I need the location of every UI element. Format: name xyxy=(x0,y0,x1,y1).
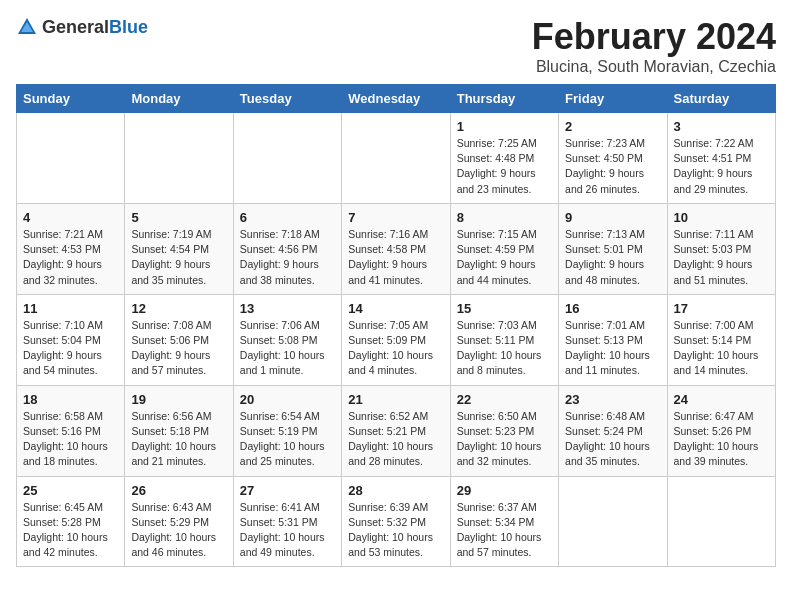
calendar-cell xyxy=(17,113,125,204)
day-detail: Sunrise: 6:56 AM Sunset: 5:18 PM Dayligh… xyxy=(131,409,226,470)
day-detail: Sunrise: 6:47 AM Sunset: 5:26 PM Dayligh… xyxy=(674,409,769,470)
day-number: 2 xyxy=(565,119,660,134)
calendar-cell xyxy=(125,113,233,204)
calendar-cell: 28Sunrise: 6:39 AM Sunset: 5:32 PM Dayli… xyxy=(342,476,450,567)
calendar-cell: 27Sunrise: 6:41 AM Sunset: 5:31 PM Dayli… xyxy=(233,476,341,567)
main-title: February 2024 xyxy=(532,16,776,58)
day-detail: Sunrise: 7:21 AM Sunset: 4:53 PM Dayligh… xyxy=(23,227,118,288)
calendar-cell xyxy=(559,476,667,567)
day-number: 28 xyxy=(348,483,443,498)
day-detail: Sunrise: 7:06 AM Sunset: 5:08 PM Dayligh… xyxy=(240,318,335,379)
calendar-cell xyxy=(667,476,775,567)
calendar-cell: 5Sunrise: 7:19 AM Sunset: 4:54 PM Daylig… xyxy=(125,203,233,294)
day-number: 7 xyxy=(348,210,443,225)
day-detail: Sunrise: 6:41 AM Sunset: 5:31 PM Dayligh… xyxy=(240,500,335,561)
day-number: 21 xyxy=(348,392,443,407)
day-detail: Sunrise: 6:48 AM Sunset: 5:24 PM Dayligh… xyxy=(565,409,660,470)
header: GeneralBlue February 2024 Blucina, South… xyxy=(16,16,776,76)
calendar-cell: 10Sunrise: 7:11 AM Sunset: 5:03 PM Dayli… xyxy=(667,203,775,294)
day-detail: Sunrise: 7:00 AM Sunset: 5:14 PM Dayligh… xyxy=(674,318,769,379)
day-detail: Sunrise: 6:58 AM Sunset: 5:16 PM Dayligh… xyxy=(23,409,118,470)
calendar-cell: 8Sunrise: 7:15 AM Sunset: 4:59 PM Daylig… xyxy=(450,203,558,294)
day-number: 20 xyxy=(240,392,335,407)
calendar-week-3: 11Sunrise: 7:10 AM Sunset: 5:04 PM Dayli… xyxy=(17,294,776,385)
subtitle: Blucina, South Moravian, Czechia xyxy=(532,58,776,76)
day-number: 26 xyxy=(131,483,226,498)
calendar-cell: 13Sunrise: 7:06 AM Sunset: 5:08 PM Dayli… xyxy=(233,294,341,385)
calendar-cell: 4Sunrise: 7:21 AM Sunset: 4:53 PM Daylig… xyxy=(17,203,125,294)
day-number: 17 xyxy=(674,301,769,316)
day-number: 1 xyxy=(457,119,552,134)
logo: GeneralBlue xyxy=(16,16,148,38)
day-detail: Sunrise: 7:13 AM Sunset: 5:01 PM Dayligh… xyxy=(565,227,660,288)
calendar-week-1: 1Sunrise: 7:25 AM Sunset: 4:48 PM Daylig… xyxy=(17,113,776,204)
calendar-cell: 16Sunrise: 7:01 AM Sunset: 5:13 PM Dayli… xyxy=(559,294,667,385)
day-detail: Sunrise: 6:50 AM Sunset: 5:23 PM Dayligh… xyxy=(457,409,552,470)
logo-text-blue: Blue xyxy=(109,17,148,37)
calendar-cell: 12Sunrise: 7:08 AM Sunset: 5:06 PM Dayli… xyxy=(125,294,233,385)
day-number: 6 xyxy=(240,210,335,225)
calendar: SundayMondayTuesdayWednesdayThursdayFrid… xyxy=(16,84,776,567)
calendar-header-row: SundayMondayTuesdayWednesdayThursdayFrid… xyxy=(17,85,776,113)
calendar-cell: 25Sunrise: 6:45 AM Sunset: 5:28 PM Dayli… xyxy=(17,476,125,567)
calendar-week-4: 18Sunrise: 6:58 AM Sunset: 5:16 PM Dayli… xyxy=(17,385,776,476)
day-detail: Sunrise: 6:45 AM Sunset: 5:28 PM Dayligh… xyxy=(23,500,118,561)
title-area: February 2024 Blucina, South Moravian, C… xyxy=(532,16,776,76)
day-header-sunday: Sunday xyxy=(17,85,125,113)
day-header-tuesday: Tuesday xyxy=(233,85,341,113)
day-detail: Sunrise: 7:25 AM Sunset: 4:48 PM Dayligh… xyxy=(457,136,552,197)
day-number: 3 xyxy=(674,119,769,134)
day-number: 14 xyxy=(348,301,443,316)
day-number: 4 xyxy=(23,210,118,225)
calendar-cell: 9Sunrise: 7:13 AM Sunset: 5:01 PM Daylig… xyxy=(559,203,667,294)
day-detail: Sunrise: 7:18 AM Sunset: 4:56 PM Dayligh… xyxy=(240,227,335,288)
day-detail: Sunrise: 7:03 AM Sunset: 5:11 PM Dayligh… xyxy=(457,318,552,379)
day-detail: Sunrise: 6:37 AM Sunset: 5:34 PM Dayligh… xyxy=(457,500,552,561)
day-header-thursday: Thursday xyxy=(450,85,558,113)
logo-icon xyxy=(16,16,38,38)
day-number: 11 xyxy=(23,301,118,316)
day-number: 18 xyxy=(23,392,118,407)
calendar-cell: 23Sunrise: 6:48 AM Sunset: 5:24 PM Dayli… xyxy=(559,385,667,476)
calendar-cell: 29Sunrise: 6:37 AM Sunset: 5:34 PM Dayli… xyxy=(450,476,558,567)
day-detail: Sunrise: 7:10 AM Sunset: 5:04 PM Dayligh… xyxy=(23,318,118,379)
calendar-cell: 15Sunrise: 7:03 AM Sunset: 5:11 PM Dayli… xyxy=(450,294,558,385)
day-number: 13 xyxy=(240,301,335,316)
day-number: 25 xyxy=(23,483,118,498)
day-header-saturday: Saturday xyxy=(667,85,775,113)
day-detail: Sunrise: 7:01 AM Sunset: 5:13 PM Dayligh… xyxy=(565,318,660,379)
calendar-cell: 2Sunrise: 7:23 AM Sunset: 4:50 PM Daylig… xyxy=(559,113,667,204)
calendar-cell: 3Sunrise: 7:22 AM Sunset: 4:51 PM Daylig… xyxy=(667,113,775,204)
day-number: 19 xyxy=(131,392,226,407)
day-number: 16 xyxy=(565,301,660,316)
day-number: 29 xyxy=(457,483,552,498)
calendar-body: 1Sunrise: 7:25 AM Sunset: 4:48 PM Daylig… xyxy=(17,113,776,567)
day-number: 5 xyxy=(131,210,226,225)
day-header-wednesday: Wednesday xyxy=(342,85,450,113)
day-number: 23 xyxy=(565,392,660,407)
day-detail: Sunrise: 7:16 AM Sunset: 4:58 PM Dayligh… xyxy=(348,227,443,288)
calendar-cell: 20Sunrise: 6:54 AM Sunset: 5:19 PM Dayli… xyxy=(233,385,341,476)
calendar-cell: 26Sunrise: 6:43 AM Sunset: 5:29 PM Dayli… xyxy=(125,476,233,567)
calendar-cell: 7Sunrise: 7:16 AM Sunset: 4:58 PM Daylig… xyxy=(342,203,450,294)
day-detail: Sunrise: 7:22 AM Sunset: 4:51 PM Dayligh… xyxy=(674,136,769,197)
day-number: 15 xyxy=(457,301,552,316)
calendar-cell: 24Sunrise: 6:47 AM Sunset: 5:26 PM Dayli… xyxy=(667,385,775,476)
calendar-cell: 22Sunrise: 6:50 AM Sunset: 5:23 PM Dayli… xyxy=(450,385,558,476)
calendar-cell: 14Sunrise: 7:05 AM Sunset: 5:09 PM Dayli… xyxy=(342,294,450,385)
logo-text-general: General xyxy=(42,17,109,37)
day-detail: Sunrise: 6:54 AM Sunset: 5:19 PM Dayligh… xyxy=(240,409,335,470)
day-detail: Sunrise: 7:11 AM Sunset: 5:03 PM Dayligh… xyxy=(674,227,769,288)
day-header-friday: Friday xyxy=(559,85,667,113)
day-detail: Sunrise: 7:08 AM Sunset: 5:06 PM Dayligh… xyxy=(131,318,226,379)
calendar-cell: 1Sunrise: 7:25 AM Sunset: 4:48 PM Daylig… xyxy=(450,113,558,204)
day-detail: Sunrise: 6:39 AM Sunset: 5:32 PM Dayligh… xyxy=(348,500,443,561)
day-detail: Sunrise: 7:05 AM Sunset: 5:09 PM Dayligh… xyxy=(348,318,443,379)
day-number: 27 xyxy=(240,483,335,498)
calendar-cell: 6Sunrise: 7:18 AM Sunset: 4:56 PM Daylig… xyxy=(233,203,341,294)
calendar-cell: 11Sunrise: 7:10 AM Sunset: 5:04 PM Dayli… xyxy=(17,294,125,385)
calendar-cell: 17Sunrise: 7:00 AM Sunset: 5:14 PM Dayli… xyxy=(667,294,775,385)
day-detail: Sunrise: 7:15 AM Sunset: 4:59 PM Dayligh… xyxy=(457,227,552,288)
day-detail: Sunrise: 6:52 AM Sunset: 5:21 PM Dayligh… xyxy=(348,409,443,470)
day-header-monday: Monday xyxy=(125,85,233,113)
